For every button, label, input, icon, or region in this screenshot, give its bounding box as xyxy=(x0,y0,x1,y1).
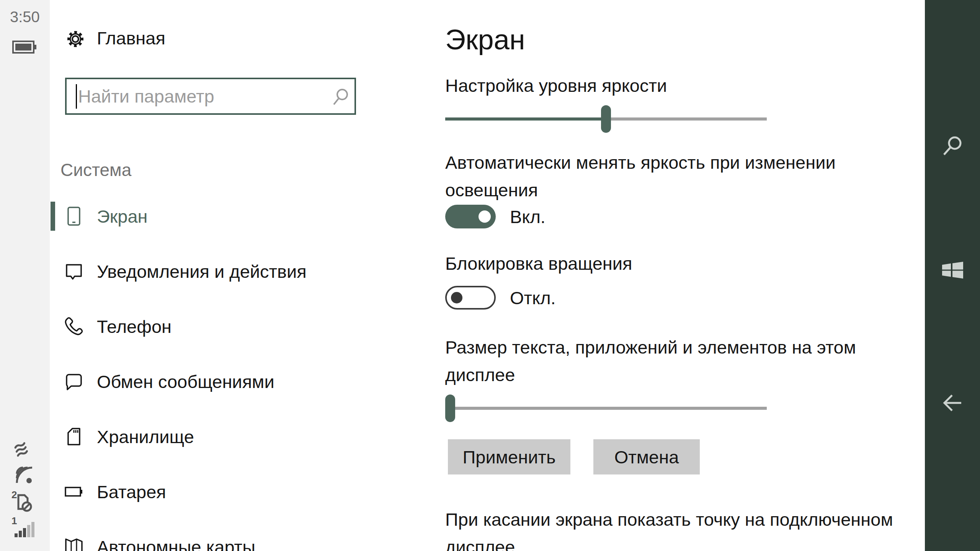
messaging-icon xyxy=(64,372,84,391)
sidebar-item-label: Обмен сообщениями xyxy=(97,371,274,392)
cellular-data-icon xyxy=(15,466,34,485)
auto-brightness-state: Вкл. xyxy=(510,206,546,227)
sim1-signal-icon: 1 xyxy=(11,515,34,538)
page-header-title: Главная xyxy=(97,27,165,50)
phone-icon xyxy=(64,316,84,336)
selected-item-indicator xyxy=(51,202,55,231)
brightness-slider xyxy=(445,105,767,133)
sidebar-item-phone[interactable]: Телефон xyxy=(64,299,172,354)
right-sidebar xyxy=(925,0,980,551)
search-icon[interactable] xyxy=(941,134,964,158)
brightness-label: Настройка уровня яркости xyxy=(445,74,667,97)
sim1-badge: 1 xyxy=(11,515,17,527)
toggle-knob xyxy=(451,292,462,303)
text-size-slider xyxy=(445,395,767,422)
rotation-lock-row: Откл. xyxy=(445,286,556,310)
offline-maps-icon xyxy=(64,537,84,551)
clock-text: 3:50 xyxy=(10,8,40,26)
display-icon xyxy=(64,206,84,226)
slider-fill xyxy=(445,117,606,121)
rotation-lock-toggle[interactable] xyxy=(445,286,496,310)
toggle-knob xyxy=(479,210,491,223)
gear-icon xyxy=(65,29,85,49)
auto-brightness-row: Вкл. xyxy=(445,205,546,228)
battery-icon xyxy=(64,482,84,502)
settings-screen: 3:50 2 xyxy=(0,0,980,551)
storage-icon xyxy=(64,427,84,447)
sidebar-item-label: Телефон xyxy=(97,316,172,337)
touch-dot-label: При касании экрана показать точку на под… xyxy=(445,506,893,551)
sidebar-item-label: Экран xyxy=(97,206,148,227)
sidebar-item-messaging[interactable]: Обмен сообщениями xyxy=(64,354,274,409)
slider-thumb[interactable] xyxy=(445,395,455,422)
sidebar-item-label: Батарея xyxy=(97,481,166,502)
sidebar-item-battery[interactable]: Батарея xyxy=(64,464,166,519)
slider-thumb[interactable] xyxy=(601,105,611,133)
rotation-lock-state: Откл. xyxy=(510,287,556,308)
status-strip: 3:50 2 xyxy=(0,0,50,551)
page-title: Экран xyxy=(445,22,525,57)
battery-icon xyxy=(12,41,37,54)
sim2-badge: 2 xyxy=(11,491,17,500)
cancel-button[interactable]: Отмена xyxy=(593,439,700,474)
slider-track[interactable] xyxy=(445,407,767,410)
search-input[interactable] xyxy=(67,79,354,113)
vibrate-icon xyxy=(13,440,33,458)
back-arrow-icon[interactable] xyxy=(941,391,964,415)
search-box xyxy=(65,78,356,115)
sidebar-item-label: Автономные карты xyxy=(97,536,255,551)
auto-brightness-label: Автоматически менять яркость при изменен… xyxy=(445,149,836,204)
sidebar-item-notifications[interactable]: Уведомления и действия xyxy=(64,244,307,299)
notifications-icon xyxy=(64,261,84,281)
sidebar-item-offline-maps[interactable]: Автономные карты xyxy=(64,519,255,551)
sim2-blocked-icon: 2 xyxy=(11,491,34,512)
auto-brightness-toggle[interactable] xyxy=(445,205,496,228)
section-label-system: Система xyxy=(60,158,131,181)
sidebar-item-storage[interactable]: Хранилище xyxy=(64,409,194,464)
apply-button[interactable]: Применить xyxy=(448,439,570,474)
windows-logo-icon[interactable] xyxy=(941,258,964,282)
rotation-lock-label: Блокировка вращения xyxy=(445,252,632,275)
sidebar-item-display[interactable]: Экран xyxy=(64,189,148,244)
sidebar-item-label: Хранилище xyxy=(97,426,194,447)
sidebar-item-label: Уведомления и действия xyxy=(97,261,307,282)
text-size-label: Размер текста, приложений и элементов на… xyxy=(445,334,856,389)
